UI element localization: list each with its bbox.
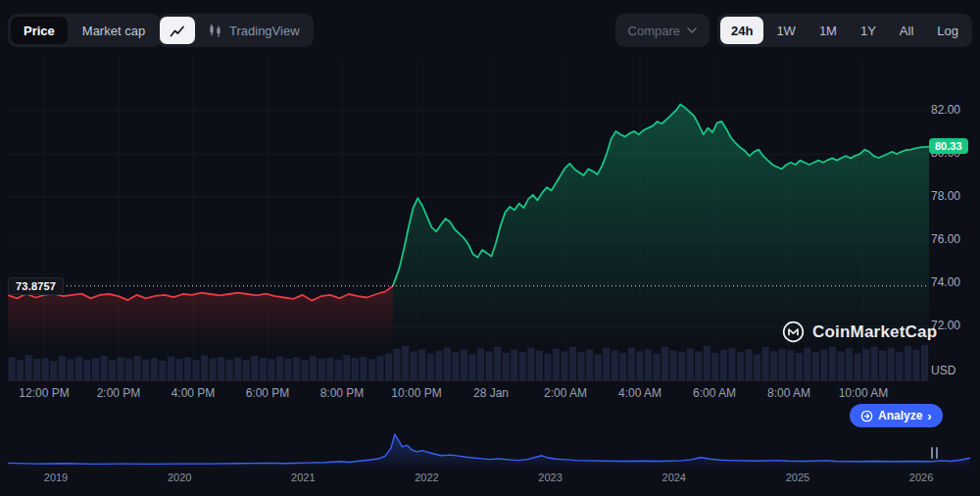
navigator-year-label: 2025 <box>786 471 809 483</box>
tradingview-chart-type-button[interactable]: TradingView <box>197 17 311 44</box>
price-marketcap-toggle: Price Market cap <box>8 14 161 47</box>
navigator-year-label: 2026 <box>909 471 933 483</box>
x-tick-label: 2:00 PM <box>97 386 141 400</box>
y-tick-label: 72.00 <box>931 319 960 332</box>
x-tick-label: 2:00 AM <box>544 386 587 400</box>
range-all-button[interactable]: All <box>889 17 924 44</box>
x-tick-label: 6:00 PM <box>246 386 290 400</box>
time-range-selector: 24h1W1M1YAllLog <box>717 14 972 47</box>
navigator-year-label: 2023 <box>538 471 562 483</box>
x-axis: 12:00 PM2:00 PM4:00 PM6:00 PM8:00 PM10:0… <box>0 386 980 404</box>
navigator-year-label: 2019 <box>44 471 68 483</box>
x-tick-label: 8:00 PM <box>320 386 365 400</box>
line-chart-icon <box>170 24 185 38</box>
compare-label: Compare <box>628 24 680 38</box>
navigator-year-label: 2020 <box>168 471 191 483</box>
currency-label: USD <box>931 364 956 377</box>
price-chart-canvas[interactable] <box>8 57 929 382</box>
navigator-year-label: 2022 <box>415 471 438 483</box>
compare-dropdown[interactable]: Compare <box>615 14 710 47</box>
x-tick-label: 10:00 PM <box>391 386 441 400</box>
navigator-years: 20192020202120222023202420252026 <box>0 471 980 487</box>
navigator-chart-canvas[interactable] <box>8 431 970 469</box>
line-chart-type-button[interactable] <box>160 17 195 44</box>
open-price-label: 73.8757 <box>8 277 64 295</box>
range-1w-button[interactable]: 1W <box>765 17 807 44</box>
analyze-button[interactable]: Analyze › <box>850 404 943 427</box>
current-price-badge: 80.33 <box>929 138 968 154</box>
y-tick-label: 78.00 <box>931 189 960 203</box>
range-24h-button[interactable]: 24h <box>720 17 763 44</box>
candlestick-icon <box>208 24 222 38</box>
x-tick-label: 28 Jan <box>473 386 509 400</box>
y-tick-label: 74.00 <box>931 275 960 289</box>
x-tick-label: 8:00 AM <box>767 386 810 400</box>
analyze-chevron: › <box>927 410 931 422</box>
x-tick-label: 12:00 PM <box>19 386 69 400</box>
analyze-icon <box>860 410 873 422</box>
y-tick-label: 76.00 <box>931 232 960 246</box>
navigator-year-label: 2024 <box>662 471 686 483</box>
tradingview-label: TradingView <box>229 24 300 38</box>
x-tick-label: 4:00 PM <box>172 386 216 400</box>
market-cap-tab[interactable]: Market cap <box>70 17 158 44</box>
range-1m-button[interactable]: 1M <box>808 17 848 44</box>
y-tick-label: 82.00 <box>931 103 960 117</box>
chevron-down-icon <box>687 27 697 33</box>
navigator-year-label: 2021 <box>291 471 315 483</box>
analyze-label: Analyze <box>878 409 922 422</box>
chart-type-toggle: TradingView <box>157 14 314 47</box>
x-tick-label: 6:00 AM <box>693 386 736 400</box>
x-tick-label: 4:00 AM <box>618 386 662 400</box>
navigator-scrubber-handle[interactable] <box>926 445 942 461</box>
price-chart-app: Price Market cap TradingView Compare 2 <box>0 0 980 496</box>
x-tick-label: 10:00 AM <box>839 386 889 400</box>
range-log-button[interactable]: Log <box>926 17 969 44</box>
range-1y-button[interactable]: 1Y <box>850 17 887 44</box>
price-tab[interactable]: Price <box>11 17 68 44</box>
